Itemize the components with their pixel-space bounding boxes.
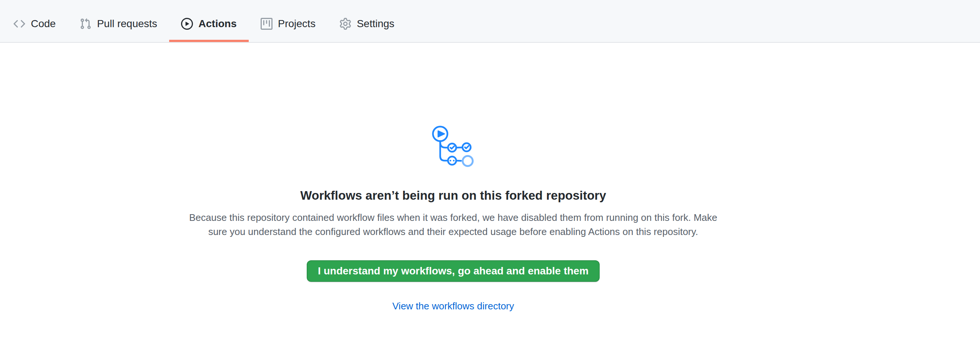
description-line: Because this repository contained workfl…	[189, 212, 718, 223]
tab-label: Code	[31, 19, 56, 29]
blankslate-description: Because this repository contained workfl…	[13, 210, 893, 239]
git-pull-request-icon	[80, 18, 91, 30]
workflow-illustration-icon	[432, 125, 475, 169]
tab-label: Projects	[278, 19, 316, 29]
tab-label: Settings	[357, 19, 395, 29]
link-row: View the workflows directory	[13, 299, 893, 313]
play-icon	[181, 18, 193, 30]
enable-workflows-button[interactable]: I understand my workflows, go ahead and …	[307, 260, 600, 282]
view-workflows-directory-link[interactable]: View the workflows directory	[392, 300, 514, 311]
project-icon	[261, 18, 272, 30]
tab-label: Actions	[199, 19, 237, 29]
tab-projects[interactable]: Projects	[249, 6, 328, 42]
gear-icon	[339, 18, 351, 30]
tab-settings[interactable]: Settings	[328, 6, 406, 42]
repo-tab-nav: Code Pull requests Actions Projects Sett…	[0, 0, 980, 43]
description-line: sure you understand the configured workf…	[208, 226, 698, 237]
blankslate-heading: Workflows aren’t being run on this forke…	[13, 187, 893, 204]
tab-actions[interactable]: Actions	[169, 6, 249, 42]
tab-code[interactable]: Code	[2, 6, 68, 42]
code-icon	[13, 18, 25, 30]
tab-pull-requests[interactable]: Pull requests	[68, 6, 169, 42]
actions-blankslate: Workflows aren’t being run on this forke…	[13, 43, 893, 313]
tab-label: Pull requests	[97, 19, 157, 29]
